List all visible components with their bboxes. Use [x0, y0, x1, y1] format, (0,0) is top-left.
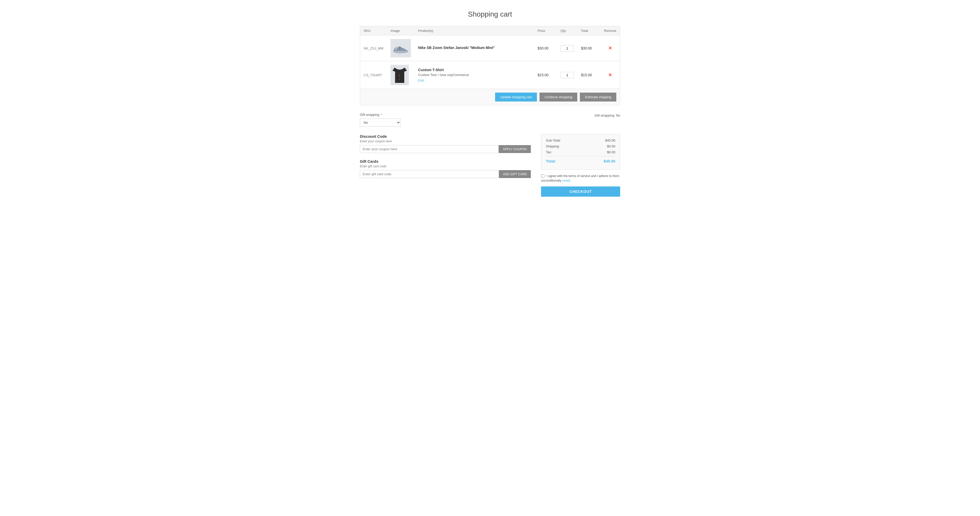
gift-wrapping-section: Gift wrapping * NoYes Gift wrapping: No: [360, 113, 620, 127]
svg-text:♥: ♥: [399, 78, 400, 80]
checkout-button[interactable]: CHECKOUT: [541, 186, 620, 197]
cell-sku: NK_ZSJ_MM: [360, 35, 387, 61]
total-label: Total:: [546, 159, 556, 163]
cell-sku: CS_TSHIRT: [360, 61, 387, 89]
qty-input[interactable]: [561, 45, 574, 51]
tax-row: Tax: $0.00: [546, 150, 615, 154]
cell-image: [387, 35, 414, 61]
add-giftcard-button[interactable]: ADD GIFT CARD: [499, 170, 531, 178]
col-header-total: Total: [578, 26, 600, 35]
cell-image: I ♥: [387, 61, 414, 89]
col-header-product: Product(s): [414, 26, 534, 35]
edit-link[interactable]: Edit: [418, 79, 424, 83]
terms-text: I agree with the terms of service and I …: [541, 174, 619, 183]
lower-right: Sub-Total: $45.00 Shipping: $0.00 Tax: $…: [541, 134, 620, 197]
terms-row: I agree with the terms of service and I …: [541, 174, 620, 183]
update-cart-button[interactable]: Update shopping cart: [495, 92, 537, 102]
table-row: CS_TSHIRT I ♥ Custom T-ShirtCustom Text:…: [360, 61, 620, 89]
shipping-value: $0.00: [607, 144, 615, 148]
cell-qty: [557, 61, 578, 89]
product-name: Custom T-Shirt: [418, 68, 530, 72]
coupon-input[interactable]: [360, 145, 499, 153]
giftcard-section: Gift Cards Enter gift card code ADD GIFT…: [360, 159, 531, 178]
totals-box: Sub-Total: $45.00 Shipping: $0.00 Tax: $…: [541, 134, 620, 170]
estimate-shipping-button[interactable]: Estimate shipping: [580, 92, 616, 102]
svg-text:I: I: [399, 75, 400, 77]
tax-label: Tax:: [546, 150, 552, 154]
discount-section: Discount Code Enter your coupon here APP…: [360, 134, 531, 153]
remove-button[interactable]: ✕: [608, 72, 612, 78]
gift-wrapping-select[interactable]: NoYes: [360, 119, 401, 127]
col-header-image: Image: [387, 26, 414, 35]
table-row: NK_ZSJ_MM Nike SB Zoom Stefan Janoski "M…: [360, 35, 620, 61]
shipping-label: Shipping:: [546, 144, 560, 148]
giftcard-input[interactable]: [360, 170, 499, 178]
col-header-qty: Qty.: [557, 26, 578, 35]
subtotal-label: Sub-Total:: [546, 138, 561, 142]
gift-wrapping-label: Gift wrapping *: [360, 113, 382, 117]
qty-input[interactable]: [561, 72, 574, 78]
cart-actions: Update shopping cart Continue shopping E…: [360, 89, 620, 105]
cell-remove: ✕: [600, 61, 620, 89]
gift-wrapping-summary: Gift wrapping: No: [595, 113, 620, 117]
required-star: *: [381, 113, 382, 117]
tshirt-icon: I ♥: [393, 65, 407, 84]
lower-left: Discount Code Enter your coupon here APP…: [360, 134, 531, 184]
subtotal-value: $45.00: [605, 138, 615, 142]
continue-shopping-button[interactable]: Continue shopping: [539, 92, 577, 102]
subtotal-row: Sub-Total: $45.00: [546, 138, 615, 142]
col-header-sku: SKU: [360, 26, 387, 35]
cell-total: $30.00: [578, 35, 600, 61]
discount-placeholder-label: Enter your coupon here: [360, 140, 531, 143]
giftcard-placeholder-label: Enter gift card code: [360, 165, 531, 168]
total-value: $45.00: [604, 159, 615, 163]
cell-remove: ✕: [600, 35, 620, 61]
product-name: Nike SB Zoom Stefan Janoski "Medium Mint…: [418, 46, 530, 50]
tax-value: $0.00: [607, 150, 615, 154]
product-custom-text: Custom Text: I love nopCommerce: [418, 73, 530, 77]
terms-checkbox[interactable]: [541, 175, 544, 178]
total-row: Total: $45.00: [546, 156, 615, 163]
svg-rect-1: [399, 46, 401, 49]
cell-total: $15.00: [578, 61, 600, 89]
giftcard-heading: Gift Cards: [360, 159, 531, 164]
shipping-row: Shipping: $0.00: [546, 144, 615, 148]
cell-product: Nike SB Zoom Stefan Janoski "Medium Mint…: [414, 35, 534, 61]
lower-section: Discount Code Enter your coupon here APP…: [360, 134, 620, 197]
cart-table: SKU Image Product(s) Price Qty. Total Re…: [360, 26, 620, 89]
cell-product: Custom T-ShirtCustom Text: I love nopCom…: [414, 61, 534, 89]
page-title: Shopping cart: [360, 10, 620, 18]
checkout-btn-row: CHECKOUT: [541, 186, 620, 197]
cell-price: $30.00: [534, 35, 557, 61]
discount-heading: Discount Code: [360, 134, 531, 138]
cell-qty: [557, 35, 578, 61]
col-header-price: Price: [534, 26, 557, 35]
shoe-icon: [391, 42, 410, 55]
col-header-remove: Remove: [600, 26, 620, 35]
remove-button[interactable]: ✕: [608, 45, 612, 51]
apply-coupon-button[interactable]: APPLY COUPON: [499, 145, 531, 153]
cell-price: $15.00: [534, 61, 557, 89]
terms-read-link[interactable]: (read): [562, 179, 570, 183]
